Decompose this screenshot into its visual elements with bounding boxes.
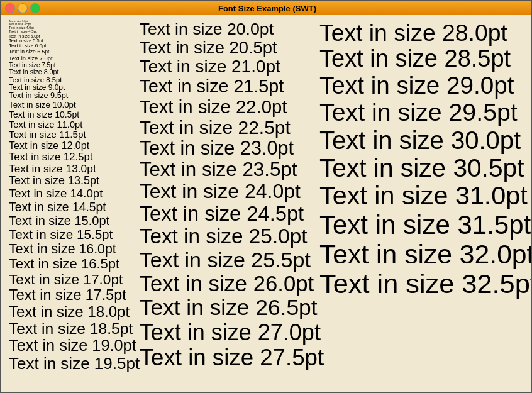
text-item: Text in size 17.0pt	[9, 272, 123, 287]
text-item: Text in size 10.5pt	[9, 110, 79, 119]
text-item: Text in size 12.5pt	[9, 152, 92, 163]
text-item: Text in size 26.5pt	[140, 296, 318, 320]
text-item: Text in size 11.0pt	[9, 119, 82, 130]
text-item: Text in size 28.5pt	[319, 46, 511, 72]
text-item: Text in size 32.0pt	[319, 240, 531, 269]
text-item: Text in size 8.0pt	[9, 69, 58, 76]
text-item: Text in size 22.0pt	[140, 97, 287, 117]
text-item: Text in size 19.0pt	[9, 337, 136, 355]
text-item: Text in size 26.0pt	[140, 272, 314, 296]
minimize-button[interactable]	[18, 3, 28, 13]
text-item: Text in size 7.0pt	[9, 55, 52, 62]
maximize-button[interactable]	[30, 3, 40, 13]
text-item: Text in size 21.5pt	[140, 77, 284, 97]
text-item: Text in size 29.0pt	[319, 72, 514, 99]
text-item: Text in size 20.0pt	[140, 20, 274, 38]
title-bar: Font Size Example (SWT)	[1, 1, 531, 15]
text-item: Text in size 25.0pt	[140, 225, 308, 248]
text-item: Text in size 20.5pt	[140, 38, 277, 57]
content-area: Text in size 3.0ptText in size 3.5ptText…	[1, 15, 531, 392]
text-item: Text in size 19.5pt	[9, 355, 140, 373]
small-sizes-column: Text in size 3.0ptText in size 3.5ptText…	[4, 18, 135, 389]
text-item: Text in size 24.5pt	[140, 202, 304, 225]
text-item: Text in size 10.0pt	[9, 101, 76, 110]
large-sizes-column: Text in size 28.0ptText in size 28.5ptTe…	[314, 18, 528, 389]
text-item: Text in size 30.0pt	[319, 126, 521, 154]
text-item: Text in size 4.5pt	[9, 30, 37, 34]
window-title: Font Size Example (SWT)	[40, 4, 494, 13]
text-item: Text in size 14.5pt	[9, 201, 106, 214]
text-item: Text in size 16.5pt	[9, 257, 119, 272]
text-item: Text in size 30.5pt	[319, 154, 524, 182]
text-item: Text in size 9.5pt	[9, 92, 68, 101]
text-item: Text in size 25.5pt	[140, 248, 311, 272]
text-item: Text in size 18.0pt	[9, 304, 130, 320]
text-item: Text in size 23.0pt	[140, 138, 294, 159]
close-button[interactable]	[5, 3, 15, 13]
text-item: Text in size 15.5pt	[9, 228, 113, 242]
main-window: Font Size Example (SWT) Text in size 3.0…	[0, 0, 532, 393]
text-item: Text in size 27.0pt	[140, 320, 321, 345]
text-item: Text in size 18.5pt	[9, 320, 133, 337]
text-item: Text in size 24.0pt	[140, 180, 301, 202]
text-item: Text in size 6.5pt	[9, 49, 49, 55]
medium-sizes-column: Text in size 20.0ptText in size 20.5ptTe…	[135, 18, 314, 389]
text-item: Text in size 23.5pt	[140, 159, 297, 180]
text-item: Text in size 21.0pt	[140, 57, 280, 77]
text-item: Text in size 31.0pt	[319, 182, 528, 210]
text-item: Text in size 16.0pt	[9, 242, 116, 257]
text-item: Text in size 32.5pt	[319, 269, 531, 299]
text-item: Text in size 15.0pt	[9, 214, 109, 228]
text-item: Text in size 29.5pt	[319, 99, 518, 126]
text-item: Text in size 22.5pt	[140, 117, 291, 138]
text-item: Text in size 12.0pt	[9, 140, 89, 152]
text-item: Text in size 11.5pt	[9, 130, 86, 140]
text-item: Text in size 13.5pt	[9, 175, 99, 187]
text-item: Text in size 27.5pt	[140, 345, 324, 370]
text-item: Text in size 28.0pt	[319, 20, 507, 46]
text-item: Text in size 31.5pt	[319, 211, 531, 240]
text-item: Text in size 14.0pt	[9, 187, 103, 201]
text-item: Text in size 13.0pt	[9, 163, 96, 175]
text-item: Text in size 17.5pt	[9, 287, 126, 304]
